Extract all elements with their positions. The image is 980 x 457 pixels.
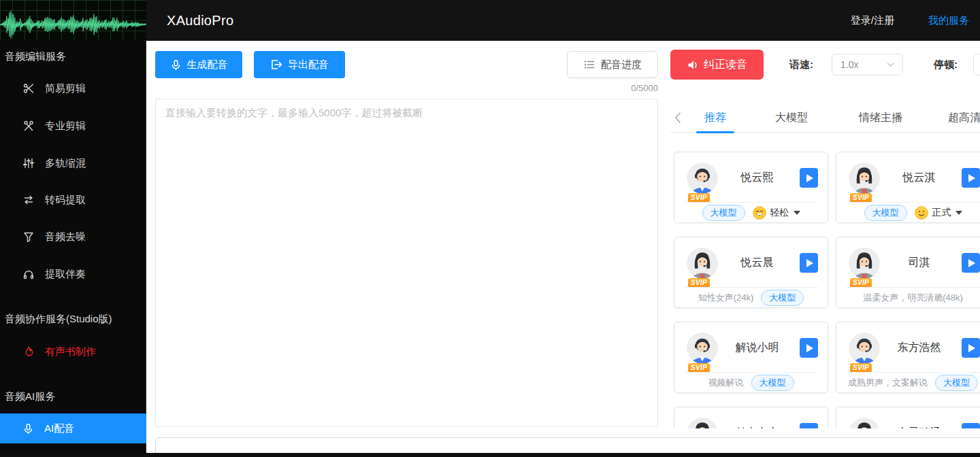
voice-card[interactable]: SVIP 东方浩然 成熟男声，文案解说 大模型 — [836, 322, 980, 393]
sidebar-section-edit: 音频编辑服务 — [0, 45, 146, 68]
voice-card[interactable]: SVIP 悦云晨 知性女声(24k) 大模型 — [674, 237, 828, 308]
chevron-down-icon — [887, 62, 894, 67]
voice-card[interactable]: SVIP 解说小明 视频解说 大模型 — [674, 322, 828, 393]
waveform-logo — [0, 0, 146, 41]
button-label: 导出配音 — [288, 58, 329, 71]
top-header: XAudioPro 登录/注册 我的服务 — [146, 0, 980, 41]
headphones-icon — [22, 268, 35, 280]
sidebar-item-label: 有声书制作 — [45, 345, 96, 358]
sidebar-item-label: 转码提取 — [45, 194, 86, 207]
avatar — [687, 248, 718, 279]
voice-name: 东方浩然 — [881, 341, 957, 355]
chevron-left-icon[interactable] — [674, 112, 682, 126]
voice-name: 悦云晨 — [719, 256, 795, 270]
sidebar-item-label: 音频去噪 — [45, 231, 86, 243]
active-tab-underline — [696, 131, 734, 133]
app-title: XAudioPro — [167, 13, 233, 29]
svip-badge: SVIP — [688, 278, 710, 288]
my-services-link[interactable]: 我的服务 — [928, 14, 969, 27]
button-label: 生成配音 — [187, 58, 228, 71]
card-meta: 温柔女声，明亮清脆(48k) — [836, 288, 980, 307]
tab-large-model[interactable]: 大模型 — [775, 105, 808, 133]
play-button[interactable] — [962, 168, 980, 188]
login-register-link[interactable]: 登录/注册 — [851, 14, 894, 27]
sidebar-item-audiobook[interactable]: 有声书制作 — [0, 338, 146, 365]
card-meta: 成熟男声，文案解说 大模型 — [836, 373, 980, 392]
sidebar-item-extract-accompaniment[interactable]: 提取伴奏 — [0, 260, 146, 288]
speed-select[interactable]: 1.0x — [832, 54, 903, 75]
svip-badge: SVIP — [688, 363, 710, 373]
sidebar-item-label: 简易剪辑 — [45, 82, 86, 95]
app-window: 音频编辑服务 简易剪辑 专业剪辑 多轨缩混 转码提取 音频去噪 提取伴奏 音频协… — [0, 0, 980, 457]
play-button[interactable] — [800, 253, 818, 273]
sidebar-item-multitrack-mix[interactable]: 多轨缩混 — [0, 150, 146, 177]
voice-card[interactable]: SVIP 司淇 温柔女声，明亮清脆(48k) — [836, 237, 980, 308]
play-button[interactable] — [800, 168, 818, 188]
play-button[interactable] — [800, 338, 818, 358]
sidebar-item-denoise[interactable]: 音频去噪 — [0, 223, 146, 250]
microphone-icon — [170, 59, 182, 71]
mood-select[interactable]: 轻松 — [753, 206, 800, 220]
play-icon — [806, 174, 813, 182]
caret-down-icon — [794, 211, 800, 215]
char-counter: 0/5000 — [155, 83, 658, 93]
progress-list-icon — [583, 58, 595, 71]
button-label: 配音进度 — [601, 58, 642, 71]
sidebar-item-transcode-extract[interactable]: 转码提取 — [0, 186, 146, 214]
voice-card[interactable]: SVIP 悦云熙 大模型 轻松 — [674, 152, 828, 223]
sidebar-item-label: 提取伴奏 — [45, 268, 86, 281]
waveform-icon — [0, 0, 146, 41]
model-tag: 大模型 — [761, 290, 804, 306]
sidebar-item-label: AI配音 — [44, 422, 74, 435]
voice-card[interactable]: SVIP 悦云淇 大模型 正式 — [836, 152, 980, 223]
grinning-face-icon — [753, 206, 766, 220]
scissors-simple-icon — [22, 82, 35, 95]
main-content: 生成配音 导出配音 配音进度 纠正读音 语速: 1.0x 停顿: 0/5000 — [146, 41, 980, 457]
dubbing-text-input[interactable] — [155, 99, 658, 427]
export-dubbing-button[interactable]: 导出配音 — [254, 51, 345, 78]
tab-ultra-hd[interactable]: 超高清 — [948, 105, 980, 133]
generate-dubbing-button[interactable]: 生成配音 — [155, 51, 242, 78]
speaker-icon — [687, 59, 698, 71]
dubbing-progress-button[interactable]: 配音进度 — [567, 51, 658, 78]
sidebar-section-studio: 音频协作服务(Studio版) — [0, 307, 146, 331]
voice-name: 悦云淇 — [881, 171, 957, 185]
svip-badge: SVIP — [688, 193, 710, 203]
voice-description: 视频解说 — [708, 377, 744, 389]
pause-select[interactable] — [973, 54, 980, 75]
model-tag: 大模型 — [702, 205, 745, 221]
correct-pronunciation-button[interactable]: 纠正读音 — [670, 50, 764, 80]
card-meta: 大模型 轻松 — [674, 203, 828, 222]
play-button[interactable] — [962, 338, 980, 358]
tab-emotion-anchor[interactable]: 情绪主播 — [859, 105, 902, 133]
sidebar-item-simple-cut[interactable]: 简易剪辑 — [0, 75, 146, 102]
sidebar-item-label: 多轨缩混 — [45, 157, 86, 170]
svip-badge: SVIP — [850, 278, 872, 288]
avatar — [687, 163, 718, 194]
button-label: 纠正读音 — [704, 58, 747, 72]
avatar — [849, 163, 880, 194]
microphone-icon — [22, 423, 34, 435]
caret-down-icon — [956, 211, 962, 215]
play-button[interactable] — [962, 253, 980, 273]
scissors-pro-icon — [22, 120, 35, 132]
play-icon — [968, 344, 975, 352]
mood-label: 正式 — [932, 207, 951, 219]
sidebar-item-ai-dubbing[interactable]: AI配音 — [0, 413, 146, 443]
mood-select[interactable]: 正式 — [915, 206, 962, 220]
tab-recommended[interactable]: 推荐 — [704, 105, 726, 133]
mood-label: 轻松 — [770, 207, 789, 219]
mixer-sliders-icon — [22, 157, 35, 169]
slightly-smiling-face-icon — [915, 206, 928, 220]
transcode-arrows-icon — [22, 194, 35, 206]
voice-tabs: 推荐 大模型 情绪主播 超高清 — [670, 105, 980, 133]
speed-value: 1.0x — [840, 59, 858, 70]
voice-description: 知性女声(24k) — [698, 292, 754, 304]
header-actions: 登录/注册 我的服务 — [851, 14, 980, 27]
voice-name: 司淇 — [881, 256, 957, 270]
card-meta: 大模型 正式 — [836, 203, 980, 222]
svip-badge: SVIP — [850, 363, 872, 373]
sidebar-section-ai: 音频AI服务 — [0, 385, 146, 408]
denoise-funnel-icon — [22, 231, 35, 243]
sidebar-item-pro-cut[interactable]: 专业剪辑 — [0, 112, 146, 139]
